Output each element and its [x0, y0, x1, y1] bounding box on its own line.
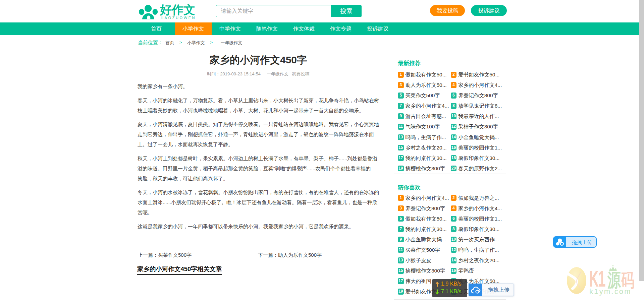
svg-text:k1ym.com: k1ym.com [589, 287, 632, 296]
